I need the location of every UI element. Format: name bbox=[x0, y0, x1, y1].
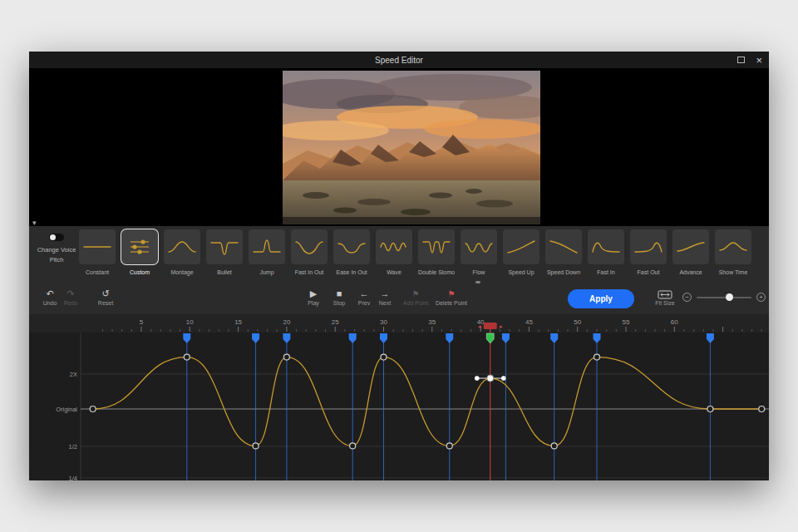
preset-fast-in-out[interactable]: Fast In Out bbox=[291, 229, 328, 275]
preset-label: Custom bbox=[121, 269, 158, 275]
curve-point[interactable] bbox=[446, 443, 452, 449]
close-icon[interactable]: × bbox=[756, 55, 762, 66]
preset-ease-in-out[interactable]: Ease In Out bbox=[333, 229, 370, 275]
video-preview bbox=[29, 68, 769, 226]
presets-section: ▾ Change Voice Pitch ConstantCustomMonta… bbox=[29, 226, 769, 286]
preset-custom[interactable]: Custom bbox=[121, 229, 158, 275]
preset-bullet[interactable]: Bullet bbox=[206, 229, 243, 275]
preset-thumbnail bbox=[333, 229, 370, 264]
preset-thumbnail bbox=[121, 229, 158, 264]
preset-flow[interactable]: Flow bbox=[461, 229, 497, 275]
preset-label: Jump bbox=[249, 269, 285, 275]
preset-montage[interactable]: Montage bbox=[164, 229, 200, 275]
svg-text:55: 55 bbox=[623, 318, 630, 326]
titlebar[interactable]: Speed Editor × bbox=[29, 52, 769, 68]
svg-text:45: 45 bbox=[525, 318, 533, 326]
preset-thumbnail bbox=[715, 229, 751, 264]
desktop-background: Speed Editor × bbox=[0, 0, 798, 532]
preset-label: Ease In Out bbox=[333, 269, 370, 275]
preset-thumbnail bbox=[630, 229, 667, 264]
zoom-out-icon[interactable]: − bbox=[682, 293, 692, 302]
preset-wave[interactable]: Wave bbox=[376, 229, 412, 275]
preset-label: Fast In bbox=[588, 269, 624, 275]
curve-point[interactable] bbox=[253, 443, 259, 449]
toolbar: ↶Undo ↷Redo ↺Reset ▶Play ■Stop ←Prev →Ne… bbox=[29, 286, 769, 314]
curve-point[interactable] bbox=[759, 406, 765, 412]
maximize-icon[interactable] bbox=[737, 57, 745, 63]
preset-speed-down[interactable]: Speed Down bbox=[545, 229, 582, 275]
preset-fast-out[interactable]: Fast Out bbox=[630, 229, 667, 275]
reset-button[interactable]: ↺Reset bbox=[87, 288, 124, 306]
curve-point[interactable] bbox=[551, 443, 557, 449]
preview-image bbox=[283, 71, 540, 224]
preset-label: Speed Down bbox=[545, 269, 582, 275]
curve-point[interactable] bbox=[381, 354, 387, 360]
preset-double-slomo[interactable]: Double Slomo bbox=[418, 229, 455, 275]
preset-scrollbar[interactable] bbox=[475, 281, 480, 283]
voice-pitch-label: Change Voice Pitch bbox=[34, 245, 79, 264]
preset-thumbnail bbox=[376, 229, 412, 264]
bezier-handle[interactable] bbox=[501, 376, 506, 381]
preset-thumbnail bbox=[588, 229, 624, 264]
curve-point[interactable] bbox=[184, 354, 190, 360]
svg-text:▸: ▸ bbox=[500, 323, 503, 329]
svg-text:60: 60 bbox=[671, 318, 678, 326]
svg-text:◂: ◂ bbox=[478, 323, 481, 329]
zoom-slider-handle[interactable] bbox=[726, 293, 733, 301]
preset-advance[interactable]: Advance bbox=[672, 229, 709, 275]
preset-thumbnail bbox=[503, 229, 539, 264]
preset-label: Speed Up bbox=[503, 269, 539, 275]
svg-text:30: 30 bbox=[380, 318, 387, 326]
preset-constant[interactable]: Constant bbox=[79, 229, 116, 275]
speed-axis-label: 1/2 bbox=[41, 443, 77, 451]
svg-text:5: 5 bbox=[140, 318, 144, 326]
collapse-arrow-icon[interactable]: ▾ bbox=[32, 219, 37, 227]
preset-thumbnail bbox=[418, 229, 455, 264]
preset-thumbnail bbox=[164, 229, 200, 264]
preset-fast-in[interactable]: Fast In bbox=[588, 229, 624, 275]
curve-point[interactable] bbox=[707, 406, 713, 412]
svg-text:10: 10 bbox=[186, 318, 194, 326]
delete-point-button[interactable]: ⚑Delete Point bbox=[430, 288, 473, 306]
bezier-handle[interactable] bbox=[475, 376, 480, 381]
preset-label: Double Slomo bbox=[418, 269, 455, 275]
fit-size-icon bbox=[647, 288, 683, 299]
preset-thumbnail bbox=[545, 229, 582, 264]
toggle-knob bbox=[50, 234, 56, 240]
redo-button[interactable]: ↷Redo bbox=[52, 288, 89, 306]
preset-thumbnail bbox=[249, 229, 285, 264]
selected-curve-point[interactable] bbox=[487, 375, 494, 382]
preset-list: ConstantCustomMontageBulletJumpFast In O… bbox=[79, 229, 751, 275]
preset-label: Montage bbox=[164, 269, 200, 275]
zoom-in-icon[interactable]: + bbox=[756, 293, 766, 302]
speed-editor-window: Speed Editor × bbox=[29, 52, 769, 480]
preset-label: Wave bbox=[376, 269, 412, 275]
svg-text:20: 20 bbox=[283, 318, 290, 326]
preset-jump[interactable]: Jump bbox=[249, 229, 285, 275]
preset-label: Constant bbox=[79, 269, 116, 275]
preset-show-time[interactable]: Show Time bbox=[715, 229, 751, 275]
delete-point-flag-icon: ⚑ bbox=[430, 288, 473, 299]
preset-label: Fast Out bbox=[630, 269, 667, 275]
voice-pitch-toggle[interactable] bbox=[49, 234, 64, 241]
zoom-slider-track[interactable] bbox=[697, 297, 751, 298]
preset-speed-up[interactable]: Speed Up bbox=[503, 229, 539, 275]
preset-thumbnail bbox=[79, 229, 116, 264]
playhead-frame-badge bbox=[484, 323, 497, 329]
curve-point[interactable] bbox=[283, 354, 289, 360]
fit-size-button[interactable]: Fit Size bbox=[647, 288, 683, 306]
preset-label: Advance bbox=[672, 269, 709, 275]
speed-axis-label: Original bbox=[41, 406, 77, 413]
speed-curve-editor[interactable]: 00:00:36.00 51015202530354045505560◂▸ 2X… bbox=[29, 314, 769, 480]
speed-axis-label: 1/4 bbox=[41, 475, 77, 480]
preset-thumbnail bbox=[206, 229, 243, 264]
preset-thumbnail bbox=[291, 229, 328, 264]
curve-point[interactable] bbox=[594, 354, 600, 360]
apply-button[interactable]: Apply bbox=[568, 289, 634, 308]
preset-label: Bullet bbox=[206, 269, 243, 275]
preset-thumbnail bbox=[672, 229, 709, 264]
speed-axis-label: 2X bbox=[41, 371, 77, 378]
preset-label: Flow bbox=[461, 269, 497, 275]
curve-point[interactable] bbox=[90, 406, 96, 412]
curve-point[interactable] bbox=[350, 443, 356, 449]
